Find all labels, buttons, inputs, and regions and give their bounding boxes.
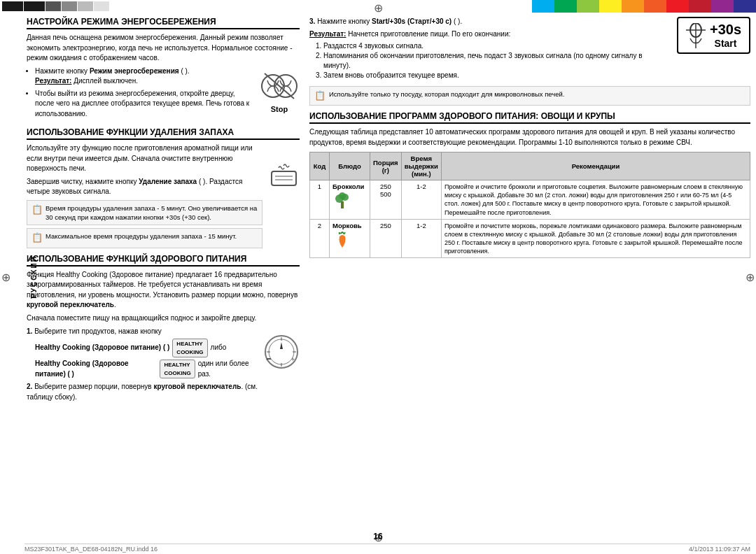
section-healthy-program: ИСПОЛЬЗОВАНИЕ ПРОГРАММ ЗДОРОВОГО ПИТАНИЯ… <box>309 111 750 258</box>
odor-para2: Завершив чистку, нажмите кнопку Удаление… <box>27 177 262 197</box>
stop-icon-container: Stop <box>259 68 300 115</box>
section-odor: ИСПОЛЬЗОВАНИЕ ФУНКЦИИ УДАЛЕНИЯ ЗАПАХА Ис… <box>27 127 300 248</box>
footer-left: MS23F301TAK_BA_DE68-04182N_RU.indd 16 <box>24 546 158 553</box>
section-healthy: ИСПОЛЬЗОВАНИЕ ФУНКЦИЙ ЗДОРОВОГО ПИТАНИЯ … <box>27 254 300 405</box>
table-header-time: Время выдержки (мин.) <box>401 152 441 180</box>
svg-text:+: + <box>291 356 295 363</box>
stop-icon <box>259 68 300 104</box>
odor-icon <box>268 157 300 189</box>
healthy-para2: Сначала поместите пищу на вращающийся по… <box>27 313 300 324</box>
table-header-rec: Рекомендации <box>441 152 750 180</box>
section-healthy-program-para: Следующая таблица представляет 10 автома… <box>309 127 750 148</box>
healthy-cooking-icon1: HEALTHYCOOKING <box>172 339 207 357</box>
energy-bullet1: Нажмите кнопку Режим энергосбережения ( … <box>35 66 252 87</box>
right-column: 3. Нажмите кнопку Start/+30s (Старт/+30 … <box>309 17 750 527</box>
section-energy-saving: НАСТРОЙКА РЕЖИМА ЭНЕРГОСБЕРЕЖЕНИЯ Данная… <box>27 17 300 122</box>
table-cell-code-1: 1 <box>310 180 330 220</box>
footer-right: 4/1/2013 11:09:37 AM <box>689 546 750 553</box>
table-cell-time-1: 1-2 <box>401 180 441 220</box>
healthy-step2: 2. Выберите размер порции, повернув круг… <box>27 382 258 402</box>
step3-sublist-item2: Напоминания об окончании приготовления, … <box>323 51 670 71</box>
energy-bullet2: Чтобы выйти из режима энергосбережения, … <box>35 89 252 120</box>
start-flame-icon <box>686 23 706 48</box>
color-bar-left <box>0 0 111 13</box>
section-odor-body: Используйте эту функцию после приготовле… <box>27 143 300 248</box>
dial-icon: - + <box>263 334 300 370</box>
step3-area: 3. Нажмите кнопку Start/+30s (Старт/+30 … <box>309 17 750 80</box>
table-row-2: 2 Морковь <box>310 219 750 258</box>
healthy-cooking-icon2: HEALTHYCOOKING <box>160 360 195 378</box>
step3-sublist-item3: Затем вновь отобразится текущее время. <box>323 71 670 80</box>
table-header-code: Код <box>310 152 330 180</box>
table-header-portion: Порция (г) <box>370 152 402 180</box>
odor-note2: 📋 Максимальное время процедуры удаления … <box>27 228 262 248</box>
healthy-step1: 1. Выберите тип продуктов, нажав кнопку … <box>27 327 258 379</box>
table-cell-dish-1: Брокколи <box>330 180 370 220</box>
table-cell-dish-2: Морковь <box>330 219 370 258</box>
healthy-para1: Функция Healthy Cooking (Здоровое питани… <box>27 270 300 311</box>
step3-result: Результат: Начнется приготовление пищи. … <box>309 29 670 40</box>
table-cell-time-2: 1-2 <box>401 219 441 258</box>
odor-icon-box <box>268 157 300 192</box>
step3-text: 3. Нажмите кнопку Start/+30s (Старт/+30 … <box>309 17 670 27</box>
svg-text:-: - <box>266 356 268 363</box>
microwave-note: 📋 Используйте только ту посуду, которая … <box>309 86 750 106</box>
table-cell-rec-1: Промойте и очистите брокколи и приготовь… <box>441 180 750 220</box>
start-label: Start <box>715 38 737 49</box>
footer: MS23F301TAK_BA_DE68-04182N_RU.indd 16 4/… <box>24 544 750 553</box>
start-30s-label: +30s <box>710 22 741 38</box>
table-cell-portion-1: 250 500 <box>370 180 402 220</box>
table-header-dish: Блюдо <box>330 152 370 180</box>
section-energy-body: Данная печь оснащена режимом энергосбере… <box>27 33 300 122</box>
energy-para1: Данная печь оснащена режимом энергосбере… <box>27 33 300 64</box>
odor-note1: 📋 Время процедуры удаления запаха - 5 ми… <box>27 200 262 226</box>
color-bar-right <box>532 0 756 13</box>
left-column: НАСТРОЙКА РЕЖИМА ЭНЕРГОСБЕРЕЖЕНИЯ Данная… <box>27 17 300 527</box>
stop-label: Stop <box>271 104 288 115</box>
broccoli-icon <box>332 192 367 213</box>
page-number: 16 <box>373 532 382 541</box>
section-healthy-body: Функция Healthy Cooking (Здоровое питани… <box>27 270 300 405</box>
svg-marker-15 <box>280 342 283 349</box>
table-row-1: 1 Брокколи <box>310 180 750 220</box>
reg-mark-top: ⊕ <box>374 1 383 15</box>
svg-point-21 <box>339 192 346 199</box>
section-healthy-program-heading: ИСПОЛЬЗОВАНИЕ ПРОГРАММ ЗДОРОВОГО ПИТАНИЯ… <box>309 111 750 124</box>
section-odor-heading: ИСПОЛЬЗОВАНИЕ ФУНКЦИИ УДАЛЕНИЯ ЗАПАХА <box>27 127 300 140</box>
step3-sublist: Раздастся 4 звуковых сигнала. Напоминани… <box>323 41 670 80</box>
healthy-program-table: Код Блюдо Порция (г) Время выдержки (мин… <box>309 152 750 258</box>
section-energy-heading: НАСТРОЙКА РЕЖИМА ЭНЕРГОСБЕРЕЖЕНИЯ <box>27 17 300 29</box>
reg-mark-left: ⊕ <box>1 271 10 284</box>
section-healthy-heading: ИСПОЛЬЗОВАНИЕ ФУНКЦИЙ ЗДОРОВОГО ПИТАНИЯ <box>27 254 300 267</box>
step3-sublist-item1: Раздастся 4 звуковых сигнала. <box>323 41 670 51</box>
start-button-icon: +30s Start <box>677 17 750 54</box>
svg-rect-22 <box>341 201 344 208</box>
svg-rect-3 <box>272 171 296 185</box>
table-cell-rec-2: Промойте и почистите морковь, порежьте л… <box>441 219 750 258</box>
dial-icon-box: - + <box>263 334 300 374</box>
odor-para1: Используйте эту функцию после приготовле… <box>27 143 262 174</box>
table-cell-portion-2: 250 <box>370 219 402 258</box>
table-cell-code-2: 2 <box>310 219 330 258</box>
carrot-icon <box>332 231 367 252</box>
